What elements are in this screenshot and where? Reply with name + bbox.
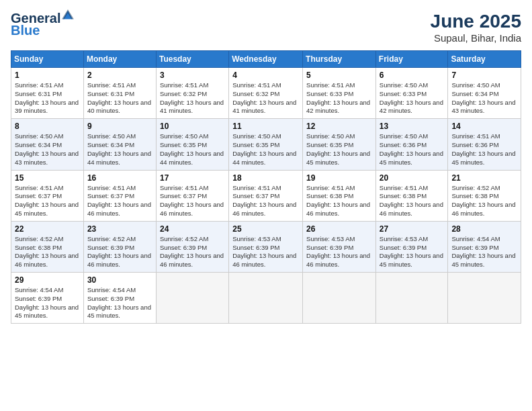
- cell-info: Sunrise: 4:53 AMSunset: 6:39 PMDaylight:…: [380, 235, 443, 268]
- calendar-header-row: Sunday Monday Tuesday Wednesday Thursday…: [11, 51, 521, 68]
- calendar-cell: 27Sunrise: 4:53 AMSunset: 6:39 PMDayligh…: [375, 221, 448, 272]
- cell-info: Sunrise: 4:52 AMSunset: 6:39 PMDaylight:…: [87, 235, 151, 268]
- week-row: 22Sunrise: 4:52 AMSunset: 6:38 PMDayligh…: [11, 221, 521, 272]
- calendar-cell: 19Sunrise: 4:51 AMSunset: 6:38 PMDayligh…: [303, 170, 376, 221]
- logo: General Blue: [11, 11, 74, 38]
- day-number: 9: [87, 122, 152, 131]
- calendar-cell: 29Sunrise: 4:54 AMSunset: 6:39 PMDayligh…: [11, 273, 84, 324]
- calendar-cell: 10Sunrise: 4:50 AMSunset: 6:35 PMDayligh…: [156, 119, 228, 170]
- cell-info: Sunrise: 4:51 AMSunset: 6:37 PMDaylight:…: [15, 184, 79, 217]
- cell-info: Sunrise: 4:52 AMSunset: 6:39 PMDaylight:…: [160, 235, 224, 268]
- cell-info: Sunrise: 4:51 AMSunset: 6:37 PMDaylight:…: [160, 184, 224, 217]
- calendar-cell: 17Sunrise: 4:51 AMSunset: 6:37 PMDayligh…: [156, 170, 228, 221]
- day-number: 4: [232, 71, 299, 80]
- week-row: 29Sunrise: 4:54 AMSunset: 6:39 PMDayligh…: [11, 273, 521, 324]
- empty-cell: [375, 273, 448, 324]
- cell-info: Sunrise: 4:50 AMSunset: 6:33 PMDaylight:…: [380, 81, 443, 114]
- cell-info: Sunrise: 4:51 AMSunset: 6:33 PMDaylight:…: [306, 81, 370, 114]
- calendar-cell: 8Sunrise: 4:50 AMSunset: 6:34 PMDaylight…: [11, 119, 84, 170]
- col-friday: Friday: [375, 51, 448, 68]
- header: General Blue June 2025 Supaul, Bihar, In…: [11, 11, 521, 44]
- col-monday: Monday: [83, 51, 156, 68]
- calendar-cell: 21Sunrise: 4:52 AMSunset: 6:38 PMDayligh…: [448, 170, 521, 221]
- calendar-cell: 23Sunrise: 4:52 AMSunset: 6:39 PMDayligh…: [83, 221, 156, 272]
- day-number: 29: [15, 275, 80, 285]
- day-number: 23: [87, 224, 152, 234]
- calendar-cell: 14Sunrise: 4:51 AMSunset: 6:36 PMDayligh…: [448, 119, 521, 170]
- cell-info: Sunrise: 4:51 AMSunset: 6:32 PMDaylight:…: [160, 81, 224, 114]
- calendar-cell: 1Sunrise: 4:51 AMSunset: 6:31 PMDaylight…: [11, 68, 84, 119]
- cell-info: Sunrise: 4:51 AMSunset: 6:38 PMDaylight:…: [380, 184, 443, 217]
- calendar-cell: 5Sunrise: 4:51 AMSunset: 6:33 PMDaylight…: [303, 68, 376, 119]
- calendar-cell: 18Sunrise: 4:51 AMSunset: 6:37 PMDayligh…: [229, 170, 303, 221]
- calendar-cell: 7Sunrise: 4:50 AMSunset: 6:34 PMDaylight…: [448, 68, 521, 119]
- calendar-cell: 9Sunrise: 4:50 AMSunset: 6:34 PMDaylight…: [83, 119, 156, 170]
- cell-info: Sunrise: 4:51 AMSunset: 6:31 PMDaylight:…: [15, 81, 79, 114]
- day-number: 6: [380, 71, 445, 80]
- logo-icon: [62, 9, 74, 21]
- col-wednesday: Wednesday: [229, 51, 303, 68]
- cell-info: Sunrise: 4:53 AMSunset: 6:39 PMDaylight:…: [306, 235, 370, 268]
- calendar-cell: 25Sunrise: 4:53 AMSunset: 6:39 PMDayligh…: [229, 221, 303, 272]
- calendar-cell: 30Sunrise: 4:54 AMSunset: 6:39 PMDayligh…: [83, 273, 156, 324]
- calendar-cell: 4Sunrise: 4:51 AMSunset: 6:32 PMDaylight…: [229, 68, 303, 119]
- cell-info: Sunrise: 4:50 AMSunset: 6:36 PMDaylight:…: [380, 132, 443, 165]
- day-number: 2: [87, 71, 152, 80]
- day-number: 25: [232, 224, 299, 234]
- empty-cell: [156, 273, 228, 324]
- calendar-cell: 26Sunrise: 4:53 AMSunset: 6:39 PMDayligh…: [303, 221, 376, 272]
- calendar-cell: 3Sunrise: 4:51 AMSunset: 6:32 PMDaylight…: [156, 68, 228, 119]
- week-row: 15Sunrise: 4:51 AMSunset: 6:37 PMDayligh…: [11, 170, 521, 221]
- day-number: 7: [451, 71, 517, 80]
- day-number: 27: [380, 224, 445, 234]
- cell-info: Sunrise: 4:52 AMSunset: 6:38 PMDaylight:…: [15, 235, 79, 268]
- day-number: 8: [15, 122, 80, 131]
- cell-info: Sunrise: 4:54 AMSunset: 6:39 PMDaylight:…: [87, 286, 151, 319]
- col-saturday: Saturday: [448, 51, 521, 68]
- day-number: 1: [15, 71, 80, 80]
- cell-info: Sunrise: 4:50 AMSunset: 6:35 PMDaylight:…: [306, 132, 370, 165]
- day-number: 17: [160, 173, 225, 183]
- calendar: Sunday Monday Tuesday Wednesday Thursday…: [11, 50, 521, 324]
- week-row: 1Sunrise: 4:51 AMSunset: 6:31 PMDaylight…: [11, 68, 521, 119]
- calendar-cell: 13Sunrise: 4:50 AMSunset: 6:36 PMDayligh…: [375, 119, 448, 170]
- week-row: 8Sunrise: 4:50 AMSunset: 6:34 PMDaylight…: [11, 119, 521, 170]
- day-number: 24: [160, 224, 225, 234]
- day-number: 30: [87, 275, 152, 285]
- day-number: 11: [232, 122, 299, 131]
- calendar-cell: 6Sunrise: 4:50 AMSunset: 6:33 PMDaylight…: [375, 68, 448, 119]
- day-number: 20: [380, 173, 445, 183]
- day-number: 5: [306, 71, 372, 80]
- empty-cell: [448, 273, 521, 324]
- col-tuesday: Tuesday: [156, 51, 228, 68]
- day-number: 22: [15, 224, 80, 234]
- cell-info: Sunrise: 4:51 AMSunset: 6:32 PMDaylight:…: [232, 81, 296, 114]
- calendar-cell: 11Sunrise: 4:50 AMSunset: 6:35 PMDayligh…: [229, 119, 303, 170]
- cell-info: Sunrise: 4:54 AMSunset: 6:39 PMDaylight:…: [451, 235, 515, 268]
- cell-info: Sunrise: 4:54 AMSunset: 6:39 PMDaylight:…: [15, 286, 79, 319]
- day-number: 21: [451, 173, 517, 183]
- day-number: 15: [15, 173, 80, 183]
- col-thursday: Thursday: [303, 51, 376, 68]
- day-number: 10: [160, 122, 225, 131]
- cell-info: Sunrise: 4:51 AMSunset: 6:31 PMDaylight:…: [87, 81, 151, 114]
- cell-info: Sunrise: 4:50 AMSunset: 6:35 PMDaylight:…: [160, 132, 224, 165]
- cell-info: Sunrise: 4:51 AMSunset: 6:37 PMDaylight:…: [87, 184, 151, 217]
- empty-cell: [303, 273, 376, 324]
- cell-info: Sunrise: 4:50 AMSunset: 6:34 PMDaylight:…: [15, 132, 79, 165]
- day-number: 28: [451, 224, 517, 234]
- page: General Blue June 2025 Supaul, Bihar, In…: [0, 0, 532, 411]
- day-number: 19: [306, 173, 372, 183]
- cell-info: Sunrise: 4:51 AMSunset: 6:36 PMDaylight:…: [451, 132, 515, 165]
- day-number: 13: [380, 122, 445, 131]
- location-subtitle: Supaul, Bihar, India: [431, 32, 521, 44]
- month-title: June 2025: [431, 11, 521, 32]
- day-number: 26: [306, 224, 372, 234]
- day-number: 14: [451, 122, 517, 131]
- cell-info: Sunrise: 4:52 AMSunset: 6:38 PMDaylight:…: [451, 184, 515, 217]
- cell-info: Sunrise: 4:50 AMSunset: 6:34 PMDaylight:…: [451, 81, 515, 114]
- cell-info: Sunrise: 4:50 AMSunset: 6:35 PMDaylight:…: [232, 132, 296, 165]
- title-block: June 2025 Supaul, Bihar, India: [431, 11, 521, 44]
- calendar-cell: 2Sunrise: 4:51 AMSunset: 6:31 PMDaylight…: [83, 68, 156, 119]
- cell-info: Sunrise: 4:53 AMSunset: 6:39 PMDaylight:…: [232, 235, 296, 268]
